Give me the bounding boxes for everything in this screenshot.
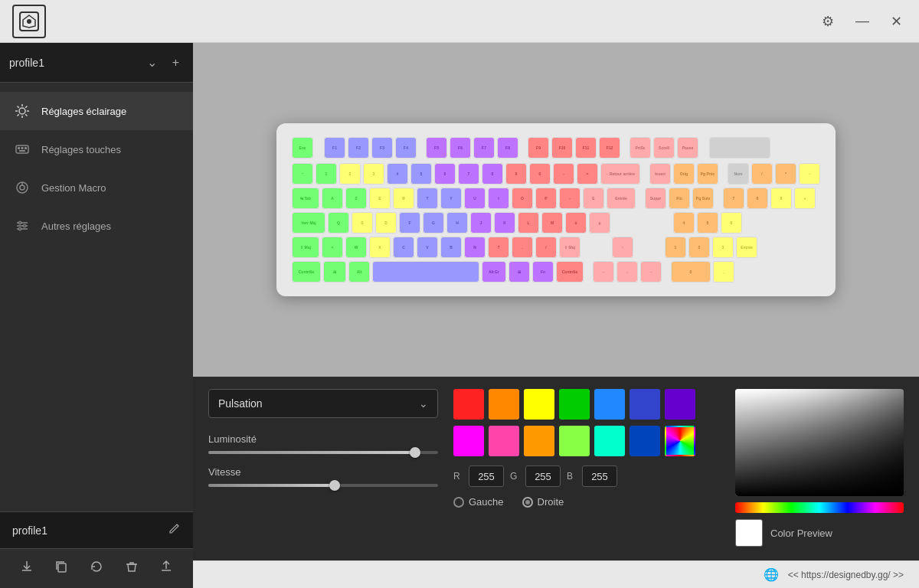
b-input[interactable] — [582, 466, 617, 487]
swatch-pink[interactable] — [489, 426, 519, 456]
key-h[interactable]: H — [446, 212, 468, 234]
key-comma[interactable]: ? — [488, 237, 509, 258]
add-profile-button[interactable]: + — [168, 54, 184, 71]
swatch-amber[interactable] — [524, 426, 554, 456]
key-down[interactable]: ↓ — [616, 261, 638, 283]
key-tab[interactable]: ↹ Tab — [292, 188, 319, 209]
key-pause[interactable]: Pause — [677, 137, 698, 158]
key-left[interactable]: ← — [593, 261, 614, 283]
key-num6[interactable]: 6 — [721, 212, 742, 234]
swatch-orange[interactable] — [489, 389, 519, 420]
key-r[interactable]: R — [393, 188, 414, 209]
swatch-yellow[interactable] — [524, 389, 554, 420]
key-f1[interactable]: F1 — [324, 137, 345, 158]
key-f6[interactable]: F6 — [450, 137, 471, 158]
edit-profile-button[interactable] — [167, 522, 181, 539]
key-scroll[interactable]: Scroll — [653, 137, 675, 158]
copy-button[interactable] — [47, 554, 75, 583]
key-k[interactable]: K — [494, 212, 515, 234]
swatch-green[interactable] — [559, 389, 590, 420]
key-b[interactable]: B — [440, 237, 462, 258]
key-p[interactable]: P — [535, 188, 557, 209]
key-lalt[interactable]: Alt — [348, 261, 370, 283]
key-num2[interactable]: 2 — [688, 237, 710, 258]
swatch-darkblue[interactable] — [630, 389, 660, 420]
key-g[interactable]: G — [423, 212, 444, 234]
key-numadd[interactable]: + — [794, 188, 816, 209]
swatch-teal[interactable] — [594, 426, 625, 456]
key-num3[interactable]: 3 — [712, 237, 734, 258]
key-ralt[interactable]: Alt Gr — [482, 261, 506, 283]
speed-thumb[interactable] — [329, 480, 340, 491]
key-lwin[interactable]: ⊞ — [323, 261, 346, 283]
key-numsub[interactable]: - — [799, 163, 820, 185]
key-o[interactable]: O — [512, 188, 533, 209]
key-num8[interactable]: 8 — [747, 188, 768, 209]
key-nummul[interactable]: * — [775, 163, 796, 185]
settings-button[interactable]: ⚙ — [817, 10, 839, 33]
g-input[interactable] — [525, 466, 561, 487]
key-4[interactable]: 4 — [387, 163, 408, 185]
key-e[interactable]: E — [369, 188, 391, 209]
profile-dropdown-button[interactable]: ⌄ — [142, 54, 162, 71]
swatch-rainbow[interactable] — [665, 426, 695, 456]
key-f3[interactable]: F3 — [371, 137, 393, 158]
key-pgup[interactable]: Pg Préc — [697, 163, 718, 185]
key-lbracket[interactable]: - — [559, 188, 581, 209]
key-6[interactable]: 6 — [434, 163, 456, 185]
key-0[interactable]: 0 — [529, 163, 551, 185]
key-space[interactable] — [372, 261, 479, 283]
key-numlock[interactable]: Num — [728, 163, 749, 185]
key-minus[interactable]: - — [553, 163, 574, 185]
sidebar-item-macro[interactable]: Gestion Macro — [0, 168, 193, 207]
key-equals[interactable]: = — [577, 163, 598, 185]
swatch-red[interactable] — [453, 389, 484, 420]
key-w[interactable]: W — [345, 237, 367, 258]
swatch-purple[interactable] — [665, 389, 695, 420]
minimize-button[interactable]: — — [851, 10, 874, 32]
swatch-navy[interactable] — [630, 426, 660, 456]
key-escape[interactable]: Esc — [292, 137, 313, 158]
key-z[interactable]: Z — [345, 188, 367, 209]
radio-droite[interactable]: Droite — [522, 496, 564, 508]
key-c[interactable]: C — [393, 237, 414, 258]
sidebar-item-lighting[interactable]: Réglages éclairage — [0, 92, 193, 130]
key-apos[interactable]: ù — [565, 212, 587, 234]
key-f4[interactable]: F4 — [395, 137, 417, 158]
key-numdiv[interactable]: / — [751, 163, 773, 185]
key-n[interactable]: N — [464, 237, 486, 258]
key-l[interactable]: L — [518, 212, 539, 234]
key-backspace[interactable]: ←Retour arrière — [600, 163, 640, 185]
key-x[interactable]: X — [369, 237, 391, 258]
key-insert[interactable]: Insert — [649, 163, 671, 185]
key-fn[interactable]: Fn — [532, 261, 554, 283]
key-rshift[interactable]: ⇧ Maj — [559, 237, 581, 258]
key-period[interactable]: . — [512, 237, 533, 258]
hue-bar[interactable] — [735, 502, 904, 513]
key-f8[interactable]: F8 — [497, 137, 518, 158]
key-lctrl[interactable]: Contrôle — [292, 261, 321, 283]
key-t[interactable]: T — [417, 188, 438, 209]
key-8[interactable]: 8 — [482, 163, 503, 185]
close-button[interactable]: ✕ — [886, 10, 907, 33]
radio-gauche[interactable]: Gauche — [453, 496, 504, 508]
key-rctrl[interactable]: Contrôle — [556, 261, 584, 283]
key-numdot[interactable]: . — [713, 261, 734, 283]
key-d[interactable]: D — [375, 212, 397, 234]
key-f9[interactable]: F9 — [528, 137, 549, 158]
swatch-magenta[interactable] — [453, 426, 484, 456]
key-right[interactable]: → — [640, 261, 662, 283]
sidebar-item-keys[interactable]: Réglages touches — [0, 130, 193, 168]
key-s[interactable]: S — [352, 212, 373, 234]
key-rwin[interactable]: ⊞ — [509, 261, 530, 283]
key-f12[interactable]: F12 — [599, 137, 620, 158]
key-u[interactable]: U — [464, 188, 486, 209]
key-pgdn[interactable]: Pg Suiv — [692, 188, 714, 209]
export-button[interactable] — [152, 554, 180, 583]
key-v[interactable]: V — [417, 237, 438, 258]
key-num7[interactable]: 7 — [723, 188, 744, 209]
key-f5[interactable]: F5 — [426, 137, 447, 158]
key-lt[interactable]: < — [322, 237, 343, 258]
key-5[interactable]: 5 — [410, 163, 432, 185]
key-semi[interactable]: M — [541, 212, 563, 234]
